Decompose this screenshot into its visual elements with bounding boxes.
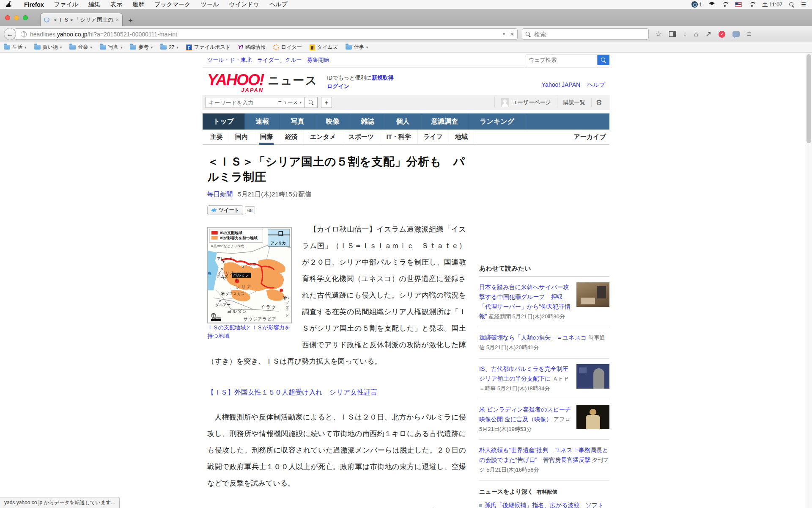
bookmark-folder-27[interactable]: 27▾ [156, 44, 182, 50]
login-link[interactable]: ログイン [327, 83, 349, 89]
browser-search-bar[interactable] [522, 28, 649, 40]
bookmark-transit[interactable]: Y!路線情報 [234, 44, 269, 51]
subnav-region[interactable]: 地域 [449, 130, 474, 144]
url-bar[interactable]: headlines. yahoo.co.jp /hl?a=20150521-00… [14, 28, 518, 40]
subnav-economy[interactable]: 経済 [279, 130, 304, 144]
new-tab-button[interactable]: ＋ [127, 15, 134, 25]
bookmark-filepost[interactable]: Fファイルポスト [182, 44, 234, 51]
bookmark-folder-photo[interactable]: 写真▾ [96, 44, 126, 51]
subnav-domestic[interactable]: 国内 [229, 130, 254, 144]
bookmarks-sidebar-icon[interactable] [669, 31, 676, 37]
stop-button[interactable]: × [510, 30, 514, 38]
dropbox-icon[interactable] [709, 2, 715, 8]
bookmark-folder-music[interactable]: 音楽▾ [66, 44, 96, 51]
subnav-life[interactable]: ライフ [417, 130, 449, 144]
menu-hamburger-icon[interactable]: ≡ [747, 30, 751, 39]
paid-news-item: 孫氏「後継候補」指名、広がる波紋 ソフトバンク、グーグルから副社長に✉ [479, 500, 609, 508]
subscriptions-link[interactable]: 購読一覧 [557, 97, 591, 108]
yahoo-news-logo[interactable]: YAHOO!JAPAN ニュース [207, 73, 318, 93]
figure-caption-link[interactable]: ＩＳの支配地域とＩＳが影響力を持つ地域 [207, 324, 290, 339]
notification-center-icon[interactable]: ☰ [801, 1, 806, 8]
site-identity-icon[interactable] [21, 31, 27, 37]
bookmark-folder-life[interactable]: 生活▾ [0, 44, 30, 51]
web-search-button[interactable] [598, 55, 609, 65]
yahoo-japan-link[interactable]: Yahoo! JAPAN [542, 81, 580, 88]
bookmark-folder-reference[interactable]: 参考▾ [126, 44, 156, 51]
airport-icon[interactable] [721, 2, 728, 7]
article-thumbnail[interactable] [576, 282, 609, 307]
close-window-button[interactable] [5, 15, 10, 20]
wifi-icon[interactable] [749, 2, 755, 7]
bookmark-folder-work[interactable]: 仕事▾ [342, 44, 372, 51]
signup-link[interactable]: 新規取得 [372, 75, 394, 81]
tweet-button[interactable]: ツイート [207, 205, 243, 215]
creative-cloud-icon[interactable]: 1 [691, 1, 702, 8]
pocket-icon[interactable]: ✓ [719, 31, 725, 38]
related-inline-link[interactable]: 【ＩＳ】外国女性１５０人超受け入れ シリア女性証言 [207, 382, 466, 397]
apple-menu-icon[interactable] [6, 1, 11, 8]
zoom-window-button[interactable] [23, 15, 28, 20]
nav-tab-photo[interactable]: 写真 [280, 113, 315, 130]
source-link[interactable]: 毎日新聞 [207, 190, 233, 198]
archive-link[interactable]: アーカイブ [574, 133, 606, 141]
browser-tab[interactable]: ＜ＩＳ＞「シリア国土の５... × [40, 13, 123, 26]
nav-tab-magazine[interactable]: 雑誌 [350, 113, 385, 130]
menu-view[interactable]: 表示 [105, 1, 127, 8]
minimize-window-button[interactable] [14, 15, 19, 20]
menu-bookmarks[interactable]: ブックマーク [149, 1, 196, 8]
downloads-icon[interactable]: ↓ [683, 30, 687, 39]
menu-firefox[interactable]: Firefox [19, 1, 49, 8]
article-thumbnail[interactable] [576, 364, 609, 389]
home-icon[interactable]: ⌂ [694, 30, 698, 39]
hello-chat-icon[interactable] [732, 31, 740, 37]
web-search-input[interactable] [526, 55, 598, 65]
os-menubar: Firefox ファイル 編集 表示 履歴 ブックマーク ツール ウインドウ ヘ… [0, 0, 812, 9]
menubar-clock[interactable]: 土 11:07 [762, 1, 782, 8]
menu-file[interactable]: ファイル [49, 1, 83, 8]
login-block: IDでもっと便利に新規取得 ログイン [327, 73, 394, 91]
url-dropdown-icon[interactable]: ▾ [503, 31, 505, 37]
article-thumbnail[interactable] [576, 405, 609, 429]
subnav-international[interactable]: 国際 [254, 130, 279, 144]
tab-close-icon[interactable]: × [115, 17, 119, 23]
scrollbar[interactable] [806, 52, 812, 508]
menu-help[interactable]: ヘルプ [264, 1, 293, 8]
bookmark-reuters[interactable]: ロイター [269, 44, 306, 51]
menu-window[interactable]: ウインドウ [224, 1, 264, 8]
browser-search-input[interactable] [534, 31, 640, 38]
nav-tab-video[interactable]: 映像 [315, 113, 350, 130]
bookmark-folder-shopping[interactable]: 買い物▾ [30, 44, 66, 51]
nav-tab-top[interactable]: トップ [203, 113, 245, 130]
nav-tab-ranking[interactable]: ランキング [469, 113, 525, 130]
news-search-input[interactable] [209, 99, 268, 106]
related-article-link[interactable]: 朴大統領も“世界遺産”批判 ユネスコ事務局長との会談でまた“告げ口” 菅官房長官… [479, 447, 608, 463]
menu-history[interactable]: 履歴 [127, 1, 149, 8]
subnav-main[interactable]: 主要 [204, 130, 229, 144]
nav-tab-poll[interactable]: 意識調査 [420, 113, 469, 130]
news-search-button[interactable] [305, 97, 318, 108]
scrollbar-thumb[interactable] [807, 54, 811, 143]
nav-tab-flash[interactable]: 速報 [245, 113, 280, 130]
spotlight-icon[interactable] [789, 2, 794, 7]
gear-icon[interactable]: ⚙ [591, 98, 606, 107]
share-icon[interactable]: ↗ [705, 30, 711, 39]
back-button[interactable]: ← [4, 28, 16, 40]
menu-tools[interactable]: ツール [196, 1, 224, 8]
search-scope-dropdown[interactable]: ニュース▾ [277, 99, 302, 106]
help-link[interactable]: ヘルプ [587, 81, 605, 88]
promo-link[interactable]: ツール・ド・東北 ライダー、クルー 募集開始 [207, 56, 329, 64]
nav-tab-personal[interactable]: 個人 [385, 113, 420, 130]
menu-edit[interactable]: 編集 [83, 1, 105, 8]
input-source-flag-icon[interactable] [735, 2, 742, 7]
related-article-link[interactable]: 遺跡破壊なら「人類の損失」＝ユネスコ [479, 334, 587, 341]
add-search-tab-button[interactable]: ＋ [321, 97, 332, 108]
subnav-it-science[interactable]: IT・科学 [380, 130, 417, 144]
paid-article-link[interactable]: 孫氏「後継候補」指名、広がる波紋 ソフトバンク、グーグルから副社長に [479, 502, 604, 508]
is-control-map[interactable]: ISの支配地域 ISが影響力を持つ地域 ※英BBCなどより作成 アフリカ 地中海 [207, 227, 292, 323]
bookmark-star-icon[interactable]: ☆ [656, 30, 662, 39]
news-search-field[interactable]: ニュース▾ [206, 97, 305, 108]
user-page-link[interactable]: ユーザーページ [494, 97, 557, 108]
subnav-entertainment[interactable]: エンタメ [304, 130, 342, 144]
bookmark-times[interactable]: タイムズ [306, 44, 342, 51]
subnav-sports[interactable]: スポーツ [342, 130, 380, 144]
